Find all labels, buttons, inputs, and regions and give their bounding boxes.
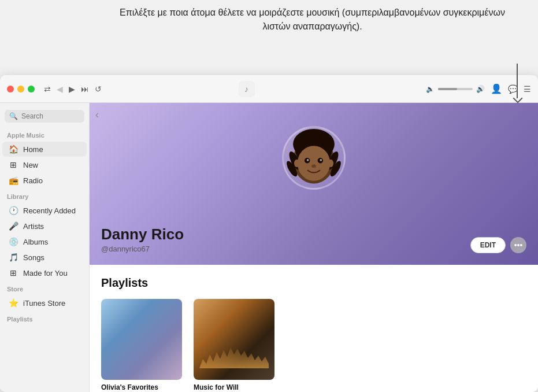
queue-icon[interactable]: ☰: [524, 84, 531, 94]
svg-point-17: [328, 160, 333, 167]
avatar: [282, 126, 346, 190]
profile-actions: EDIT •••: [470, 237, 526, 253]
playlists-section-label: Playlists: [0, 311, 89, 325]
itunes-store-icon: ⭐: [8, 298, 18, 308]
main-window: ⇄ ◀ ▶ ⏭ ↺ ♪ 🔈 🔊 👤 💬 ☰ �: [0, 75, 538, 392]
center-controls: ♪: [107, 81, 420, 97]
svg-point-16: [294, 160, 299, 167]
sidebar-item-itunes-store[interactable]: ⭐ iTunes Store: [2, 295, 87, 310]
annotation-line: [517, 64, 518, 98]
radio-icon: 📻: [8, 176, 18, 185]
songs-icon: 🎵: [8, 253, 18, 262]
sidebar-item-recently-added[interactable]: 🕐 Recently Added: [2, 203, 87, 218]
search-icon: 🔍: [9, 112, 18, 120]
playlists-section: Playlists Olivia's Favorites Updated Tod…: [90, 265, 538, 392]
recently-added-icon: 🕐: [8, 206, 18, 215]
sidebar-item-itunes-store-label: iTunes Store: [23, 299, 65, 308]
sidebar-item-radio-label: Radio: [23, 176, 43, 185]
svg-point-14: [320, 159, 322, 161]
sidebar-item-home-label: Home: [23, 145, 43, 154]
profile-header: Danny Rico @dannyrico67 EDIT •••: [90, 103, 538, 265]
sidebar-item-albums-label: Albums: [23, 238, 48, 246]
repeat-button[interactable]: ↺: [95, 84, 102, 94]
back-button[interactable]: ◀: [57, 84, 63, 94]
edit-profile-button[interactable]: EDIT: [470, 237, 506, 253]
back-navigation-button[interactable]: ‹: [95, 109, 99, 121]
sidebar-item-songs-label: Songs: [23, 253, 44, 262]
playlist-thumb-music-for-will: [194, 299, 274, 380]
maximize-button[interactable]: [28, 86, 35, 93]
playlist-name-music-for-will: Music for Will: [194, 383, 274, 391]
avatar-container: [282, 126, 346, 190]
svg-point-15: [311, 164, 316, 168]
more-options-button[interactable]: •••: [510, 237, 526, 253]
profile-handle: @dannyrico67: [101, 245, 526, 253]
sidebar-item-new[interactable]: ⊞ New: [2, 157, 87, 172]
play-button[interactable]: ▶: [69, 84, 75, 94]
playlist-name-olivias-favorites: Olivia's Favorites: [101, 383, 182, 391]
artists-icon: 🎤: [8, 221, 18, 231]
music-note-icon[interactable]: ♪: [239, 81, 255, 97]
volume-slider[interactable]: [438, 88, 473, 90]
volume-max-icon: 🔊: [476, 85, 485, 93]
main-content: ‹: [90, 103, 538, 392]
store-section-label: Store: [0, 281, 89, 295]
library-section-label: Library: [0, 188, 89, 202]
right-icons: 👤 💬 ☰: [491, 83, 531, 94]
playlists-title: Playlists: [101, 276, 526, 290]
svg-point-13: [307, 159, 309, 161]
annotation-text: Επιλέξτε με ποια άτομα θέλετε να μοιράζε…: [116, 6, 509, 34]
apple-music-section-label: Apple Music: [0, 127, 89, 141]
playlist-thumb-olivias-favorites: [101, 299, 182, 380]
sidebar-item-new-label: New: [23, 161, 38, 169]
minimize-button[interactable]: [17, 86, 24, 93]
sidebar-item-recently-added-label: Recently Added: [23, 206, 76, 215]
albums-icon: 💿: [8, 237, 18, 246]
volume-min-icon: 🔈: [426, 85, 435, 93]
profile-name: Danny Rico: [101, 225, 526, 243]
sidebar-item-radio[interactable]: 📻 Radio: [2, 173, 87, 188]
traffic-lights: [7, 86, 35, 93]
sidebar-item-made-for-you[interactable]: ⊞ Made for You: [2, 265, 87, 280]
search-input[interactable]: [21, 112, 80, 120]
account-icon[interactable]: 👤: [491, 83, 502, 94]
sidebar-item-albums[interactable]: 💿 Albums: [2, 234, 87, 249]
forward-button[interactable]: ⏭: [81, 84, 89, 94]
close-button[interactable]: [7, 86, 14, 93]
playlist-card-music-for-will[interactable]: Music for Will Updated 2 Weeks Ago: [194, 299, 274, 392]
volume-control: 🔈 🔊: [426, 85, 485, 93]
svg-point-10: [298, 146, 331, 181]
app-body: 🔍 Apple Music 🏠 Home ⊞ New 📻 Radio Libra…: [0, 103, 538, 392]
titlebar: ⇄ ◀ ▶ ⏭ ↺ ♪ 🔈 🔊 👤 💬 ☰: [0, 75, 538, 103]
playback-controls: ⇄ ◀ ▶ ⏭ ↺ ♪ 🔈 🔊 👤 💬 ☰: [44, 81, 531, 97]
sidebar-item-songs[interactable]: 🎵 Songs: [2, 250, 87, 265]
sidebar-item-home[interactable]: 🏠 Home: [2, 142, 87, 157]
home-icon: 🏠: [8, 145, 18, 154]
memoji-svg: [284, 128, 344, 188]
new-icon: ⊞: [8, 160, 18, 169]
playlist-card-olivias-favorites[interactable]: Olivia's Favorites Updated Today: [101, 299, 182, 392]
search-bar[interactable]: 🔍: [5, 110, 84, 123]
sidebar-item-artists-label: Artists: [23, 222, 44, 231]
made-for-you-icon: ⊞: [8, 268, 18, 278]
sidebar-item-artists[interactable]: 🎤 Artists: [2, 219, 87, 234]
sidebar: 🔍 Apple Music 🏠 Home ⊞ New 📻 Radio Libra…: [0, 103, 90, 392]
sidebar-item-made-for-you-label: Made for You: [23, 269, 68, 278]
playlists-grid: Olivia's Favorites Updated Today Music f…: [101, 299, 526, 392]
shuffle-button[interactable]: ⇄: [44, 84, 51, 94]
